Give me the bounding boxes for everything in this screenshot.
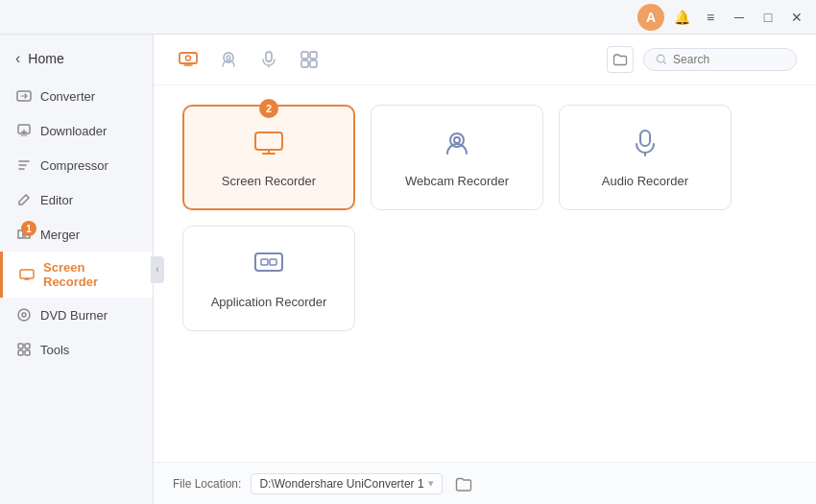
dvd-burner-icon [15, 306, 33, 324]
screen-recorder-icon [18, 266, 36, 283]
maximize-button[interactable]: □ [756, 6, 780, 29]
toolbar-microphone-icon[interactable] [253, 44, 284, 75]
sidebar: ‹ Home Converter Downloader Compressor [0, 35, 154, 504]
toolbar-apps-icon[interactable] [294, 44, 324, 75]
svg-point-4 [22, 313, 26, 317]
dropdown-arrow-icon: ▾ [428, 477, 434, 490]
converter-icon [15, 87, 33, 105]
search-box [643, 48, 797, 71]
merger-badge: 1 [21, 221, 36, 236]
content-area: 2 Screen Recorder Webcam Recorder Audio … [154, 35, 816, 504]
sidebar-item-tools[interactable]: Tools [0, 332, 153, 367]
svg-rect-23 [255, 253, 282, 271]
svg-rect-8 [25, 350, 30, 355]
svg-rect-17 [310, 60, 317, 67]
sidebar-item-compressor[interactable]: Compressor [0, 148, 153, 182]
webcam-recorder-card-icon [441, 127, 473, 166]
file-location-label: File Location: [173, 477, 241, 491]
svg-rect-19 [255, 132, 282, 150]
toolbar-webcam-icon[interactable] [213, 44, 244, 75]
sidebar-collapse-button[interactable]: ‹ [151, 256, 164, 283]
svg-rect-22 [640, 131, 650, 146]
svg-rect-9 [180, 53, 197, 63]
svg-rect-24 [261, 259, 268, 265]
application-recorder-card-label: Application Recorder [211, 295, 327, 309]
webcam-recorder-card[interactable]: Webcam Recorder [371, 105, 543, 210]
svg-rect-25 [270, 259, 276, 265]
search-input[interactable] [673, 53, 784, 66]
compressor-icon [15, 156, 33, 174]
file-location-folder-button[interactable] [452, 472, 475, 495]
audio-recorder-card-icon [629, 127, 661, 166]
svg-rect-6 [25, 344, 30, 348]
toolbar-folder-button[interactable] [607, 46, 634, 73]
compressor-label: Compressor [40, 158, 108, 173]
svg-rect-15 [310, 52, 317, 59]
svg-rect-7 [18, 350, 23, 355]
main-layout: ‹ Home Converter Downloader Compressor [0, 35, 816, 504]
user-avatar: A [637, 4, 664, 31]
minimize-button[interactable]: ─ [728, 6, 751, 29]
editor-label: Editor [40, 193, 73, 207]
title-bar: A 🔔 ≡ ─ □ ✕ [0, 0, 816, 35]
audio-recorder-card-label: Audio Recorder [602, 174, 688, 188]
close-button[interactable]: ✕ [785, 6, 808, 29]
screen-recorder-card-badge: 2 [259, 99, 278, 118]
menu-button[interactable]: ≡ [699, 6, 722, 29]
recorder-grid: 2 Screen Recorder Webcam Recorder Audio … [154, 85, 816, 462]
sidebar-item-screen-recorder[interactable]: Screen Recorder [0, 252, 153, 298]
svg-rect-16 [301, 60, 308, 67]
editor-icon [15, 191, 33, 208]
webcam-recorder-card-label: Webcam Recorder [405, 174, 509, 188]
svg-rect-5 [18, 344, 23, 348]
bottom-bar: File Location: D:\Wondershare UniConvert… [154, 462, 816, 504]
notification-button[interactable]: 🔔 [670, 6, 693, 29]
sidebar-item-merger[interactable]: Merger 1 [0, 217, 153, 252]
dvd-burner-label: DVD Burner [40, 308, 108, 323]
audio-recorder-card[interactable]: Audio Recorder [559, 105, 732, 210]
sidebar-home[interactable]: ‹ Home [0, 42, 153, 75]
merger-label: Merger [40, 228, 80, 242]
svg-point-3 [18, 309, 30, 321]
svg-point-10 [186, 56, 191, 60]
screen-recorder-label: Screen Recorder [43, 260, 137, 289]
sidebar-item-editor[interactable]: Editor [0, 182, 153, 217]
sidebar-item-downloader[interactable]: Downloader [0, 113, 153, 148]
home-label: Home [28, 51, 63, 66]
downloader-icon [15, 122, 33, 139]
search-icon [656, 53, 667, 66]
svg-point-21 [454, 137, 460, 143]
sidebar-item-dvd-burner[interactable]: DVD Burner [0, 298, 153, 332]
screen-recorder-card-icon [252, 127, 285, 166]
file-location-value: D:\Wondershare UniConverter 1 [259, 477, 423, 491]
back-arrow-icon: ‹ [15, 50, 20, 67]
svg-point-12 [227, 56, 230, 60]
file-location-select[interactable]: D:\Wondershare UniConverter 1 ▾ [251, 473, 442, 494]
svg-rect-13 [266, 52, 272, 61]
screen-recorder-card-label: Screen Recorder [222, 174, 316, 188]
sidebar-item-converter[interactable]: Converter [0, 79, 153, 113]
tools-label: Tools [40, 343, 69, 357]
application-recorder-card[interactable]: Application Recorder [182, 226, 355, 331]
top-toolbar [154, 35, 816, 85]
converter-label: Converter [40, 89, 95, 104]
tools-icon [15, 341, 33, 358]
screen-recorder-card[interactable]: 2 Screen Recorder [182, 105, 355, 210]
svg-rect-2 [20, 270, 34, 278]
toolbar-screen-icon[interactable] [173, 44, 204, 75]
downloader-label: Downloader [40, 124, 107, 138]
svg-rect-14 [301, 52, 308, 59]
application-recorder-card-icon [252, 248, 285, 287]
